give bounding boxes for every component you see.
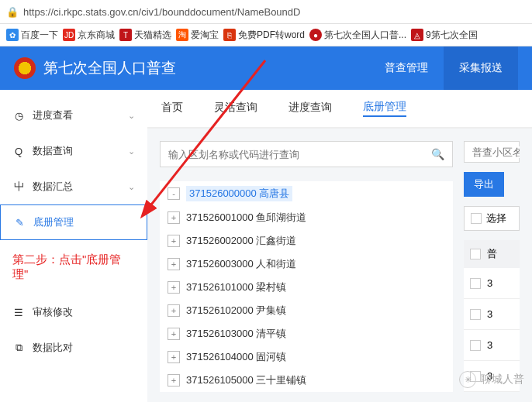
row-checkbox[interactable] [470,309,481,320]
sidebar-label: 底册管理 [33,215,74,229]
bookmark-item[interactable]: 淘爱淘宝 [176,29,219,42]
watermark: ✳ 聊城人普 [459,371,524,388]
row-checkbox[interactable] [470,278,481,289]
app-header: 第七次全国人口普查 普查管理采集报送 [0,46,532,90]
bookmark-icon: T [119,29,132,41]
select-all-row[interactable]: 选择 [464,206,520,231]
bookmark-item[interactable]: JD京东商城 [63,29,115,42]
annotation-text: 第二步：点击"底册管理" [0,240,147,294]
tree-label: 371526104000 固河镇 [186,350,286,364]
sidebar-item[interactable]: ⼬数据汇总⌄ [0,169,147,204]
chevron-down-icon: ⌄ [128,146,135,156]
sub-tab[interactable]: 底册管理 [363,100,406,117]
tree-item[interactable]: -371526000000 高唐县 [160,181,453,206]
bookmark-item[interactable]: ◬9第七次全国 [411,29,478,42]
search-icon[interactable]: 🔍 [431,148,444,160]
sidebar-item[interactable]: ◷进度查看⌄ [0,98,147,133]
select-all-checkbox[interactable] [471,213,482,224]
wechat-icon: ✳ [459,371,476,388]
tree-label: 371526101000 梁村镇 [186,280,286,294]
tree-label: 371526103000 清平镇 [186,327,286,341]
bookmark-label: 第七次全国人口普... [324,29,406,42]
export-button[interactable]: 导出 [464,172,504,197]
bookmark-icon: 淘 [176,29,188,41]
row-checkbox[interactable] [470,340,481,351]
tree-toggle[interactable]: + [168,304,180,317]
bookmark-label: 京东商城 [78,29,115,42]
watermark-text: 聊城人普 [481,373,524,387]
col-label: 普 [487,247,497,261]
sub-tab[interactable]: 进度查询 [288,101,332,116]
sidebar: ◷进度查看⌄Q数据查询⌄⼬数据汇总⌄✎底册管理第二步：点击"底册管理"☰审核修改… [0,90,147,402]
search-box[interactable]: 🔍 [160,141,453,167]
bookmark-item[interactable]: T天猫精选 [119,29,171,42]
tree-item[interactable]: +371526103000 清平镇 [160,322,453,345]
tree-label: 371526003000 人和街道 [186,257,296,271]
bookmark-icon: ⎘ [223,29,236,41]
tree-item[interactable]: +371526002000 汇鑫街道 [160,229,453,253]
table-row[interactable]: 3 [464,330,520,361]
bookmark-item[interactable]: ●第七次全国人口普... [309,29,406,42]
bookmark-item[interactable]: ✿百度一下 [6,29,58,42]
url-text: https://ci.rkpc.stats.gov.cn/civ1/boundd… [23,6,300,18]
tree-item[interactable]: +371526104000 固河镇 [160,345,453,369]
nav-tab[interactable]: 普查管理 [369,46,444,90]
sub-tab[interactable]: 灵活查询 [214,101,257,116]
bookmark-label: 9第七次全国 [426,29,478,42]
tree-toggle[interactable]: + [168,328,180,340]
tree-item[interactable]: +371526003000 人和街道 [160,253,453,276]
tree-item[interactable]: +371526105000 三十里铺镇 [160,369,453,392]
sidebar-item[interactable]: ⧉数据比对 [0,330,147,366]
tree-toggle[interactable]: + [168,211,180,224]
sidebar-icon: ◷ [12,109,25,122]
tree-toggle[interactable]: + [168,235,180,247]
sidebar-icon: ✎ [13,216,26,228]
sidebar-label: 数据汇总 [33,180,73,194]
filter-box[interactable] [464,141,520,163]
chevron-down-icon: ⌄ [128,182,135,192]
tree-toggle[interactable]: + [168,351,180,363]
bookmark-label: 天猫精选 [134,29,171,42]
bookmark-item[interactable]: ⎘免费PDF转word [223,29,305,42]
tree-toggle[interactable]: - [168,187,180,200]
tree-label: 371526102000 尹集镇 [186,304,286,318]
search-input[interactable] [168,149,431,160]
filter-input[interactable] [472,146,520,158]
tree-label: 371526000000 高唐县 [186,186,292,201]
table-row[interactable]: 3 [464,268,520,299]
nav-tab[interactable]: 采集报送 [444,46,518,90]
bookmark-label: 免费PDF转word [238,29,305,42]
url-bar: 🔒 https://ci.rkpc.stats.gov.cn/civ1/boun… [0,0,532,23]
tree-label: 371526105000 三十里铺镇 [186,373,306,387]
sub-tabs: 首页灵活查询进度查询底册管理 [147,90,532,129]
content-area: 首页灵活查询进度查询底册管理 🔍 -371526000000 高唐县+37152… [147,90,532,402]
tree-toggle[interactable]: + [168,281,180,294]
app-title: 第七次全国人口普查 [43,58,369,78]
table-row[interactable]: 3 [464,299,520,330]
sidebar-icon: Q [12,145,25,157]
header-checkbox[interactable] [470,249,481,259]
bookmark-icon: ✿ [6,29,19,41]
sidebar-label: 进度查看 [33,108,73,122]
tree-item[interactable]: +371526102000 尹集镇 [160,299,453,322]
row-text: 3 [487,339,492,351]
sidebar-label: 审核修改 [33,305,73,319]
tree-item[interactable]: +371526001000 鱼邱湖街道 [160,206,453,229]
table-header: 普 [464,240,520,268]
tree-item[interactable]: +371526101000 梁村镇 [160,276,453,299]
tree-toggle[interactable]: + [168,374,180,387]
tree-toggle[interactable]: + [168,258,180,270]
sidebar-icon: ⼬ [12,180,25,193]
bookmark-icon: ● [309,29,322,41]
logo-icon [14,57,36,79]
tree-label: 371526002000 汇鑫街道 [186,234,296,248]
bookmark-icon: ◬ [411,29,423,41]
row-text: 3 [487,277,492,289]
sidebar-item[interactable]: Q数据查询⌄ [0,133,147,169]
nav-tabs: 普查管理采集报送 [369,46,518,90]
sidebar-item[interactable]: ✎底册管理 [0,204,147,240]
sidebar-label: 数据比对 [33,341,73,355]
sidebar-icon: ⧉ [12,342,25,354]
sidebar-item[interactable]: ☰审核修改 [0,294,147,330]
sub-tab[interactable]: 首页 [161,101,183,116]
